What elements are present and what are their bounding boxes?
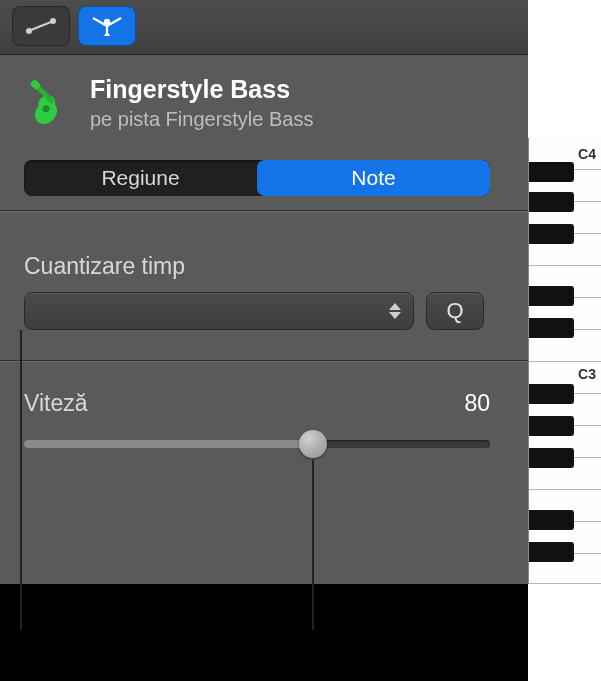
automation-curve-icon (23, 15, 59, 37)
divider (0, 360, 528, 361)
piano-keyboard[interactable]: C4 C3 (528, 138, 601, 584)
velocity-slider[interactable] (24, 440, 490, 448)
piano-key-label-c3: C3 (578, 366, 596, 382)
inspector-panel: Fingerstyle Bass pe pista Fingerstyle Ba… (0, 0, 528, 584)
segmented-control: Regiune Note (24, 160, 490, 196)
crop-black-area (0, 584, 528, 681)
guitar-icon (18, 75, 74, 131)
callout-line (20, 330, 22, 630)
svg-point-6 (104, 19, 110, 25)
automation-button[interactable] (12, 6, 70, 46)
track-subtitle: pe pista Fingerstyle Bass (90, 108, 313, 131)
svg-line-2 (31, 22, 51, 30)
track-header: Fingerstyle Bass pe pista Fingerstyle Ba… (18, 75, 313, 131)
velocity-row: Viteză 80 (24, 390, 490, 417)
toolbar (12, 6, 136, 46)
svg-marker-14 (389, 312, 401, 319)
svg-marker-13 (389, 303, 401, 310)
callout-line (312, 460, 314, 630)
velocity-label: Viteză (24, 390, 88, 417)
svg-marker-7 (104, 31, 110, 36)
tab-note[interactable]: Note (257, 160, 490, 196)
slider-thumb[interactable] (299, 430, 327, 458)
chevron-updown-icon (389, 303, 401, 319)
scissors-split-icon (89, 14, 125, 38)
track-title: Fingerstyle Bass (90, 75, 313, 104)
quantize-row: Q (24, 292, 484, 330)
slider-fill (24, 440, 313, 448)
quantize-label: Cuantizare timp (24, 253, 185, 280)
piano-key-label-c4: C4 (578, 146, 596, 162)
slider-track (24, 440, 490, 448)
quantize-apply-button[interactable]: Q (426, 292, 484, 330)
divider (0, 210, 528, 211)
split-tool-button[interactable] (78, 6, 136, 46)
tab-region[interactable]: Regiune (24, 160, 257, 196)
track-titles: Fingerstyle Bass pe pista Fingerstyle Ba… (90, 75, 313, 131)
quantize-select[interactable] (24, 292, 414, 330)
velocity-value: 80 (464, 390, 490, 417)
